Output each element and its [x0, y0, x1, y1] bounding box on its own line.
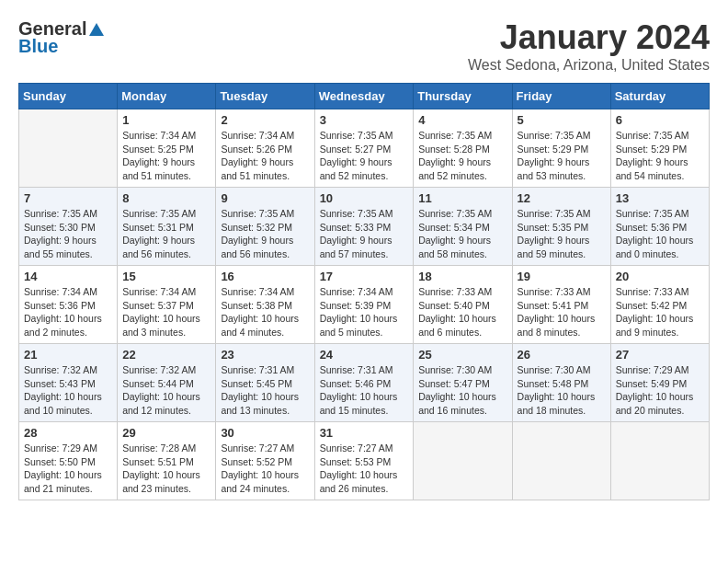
day-number: 5: [518, 113, 606, 127]
calendar-week-row: 7Sunrise: 7:35 AM Sunset: 5:30 PM Daylig…: [19, 188, 710, 266]
day-detail: Sunrise: 7:32 AM Sunset: 5:43 PM Dayligh…: [24, 363, 112, 418]
day-detail: Sunrise: 7:35 AM Sunset: 5:34 PM Dayligh…: [418, 207, 506, 261]
calendar-cell: [512, 422, 610, 500]
day-number: 18: [418, 270, 506, 283]
calendar-cell: 17Sunrise: 7:34 AM Sunset: 5:39 PM Dayli…: [314, 266, 414, 344]
day-header-friday: Friday: [512, 84, 610, 109]
calendar-cell: 12Sunrise: 7:35 AM Sunset: 5:35 PM Dayli…: [512, 188, 610, 266]
day-detail: Sunrise: 7:34 AM Sunset: 5:38 PM Dayligh…: [221, 285, 309, 339]
day-number: 17: [320, 270, 409, 283]
day-detail: Sunrise: 7:33 AM Sunset: 5:42 PM Dayligh…: [616, 285, 704, 339]
calendar-cell: [610, 422, 709, 500]
day-number: 9: [221, 191, 309, 205]
calendar-cell: 26Sunrise: 7:30 AM Sunset: 5:48 PM Dayli…: [512, 344, 610, 422]
calendar-header-row: SundayMondayTuesdayWednesdayThursdayFrid…: [19, 84, 710, 109]
day-detail: Sunrise: 7:29 AM Sunset: 5:50 PM Dayligh…: [24, 442, 112, 496]
calendar-cell: 27Sunrise: 7:29 AM Sunset: 5:49 PM Dayli…: [610, 344, 709, 422]
day-detail: Sunrise: 7:34 AM Sunset: 5:25 PM Dayligh…: [122, 129, 210, 183]
day-number: 25: [418, 348, 506, 362]
day-number: 22: [122, 348, 210, 362]
logo-icon: [88, 21, 105, 38]
day-number: 14: [24, 270, 112, 283]
logo-blue-text: Blue: [18, 36, 58, 57]
day-detail: Sunrise: 7:35 AM Sunset: 5:33 PM Dayligh…: [320, 207, 409, 261]
day-number: 26: [518, 348, 606, 362]
day-detail: Sunrise: 7:30 AM Sunset: 5:48 PM Dayligh…: [518, 363, 606, 418]
day-detail: Sunrise: 7:29 AM Sunset: 5:49 PM Dayligh…: [616, 363, 704, 418]
calendar-cell: 20Sunrise: 7:33 AM Sunset: 5:42 PM Dayli…: [610, 266, 709, 344]
calendar-cell: [414, 422, 512, 500]
day-detail: Sunrise: 7:34 AM Sunset: 5:36 PM Dayligh…: [24, 285, 112, 339]
day-number: 27: [616, 348, 704, 362]
day-detail: Sunrise: 7:28 AM Sunset: 5:51 PM Dayligh…: [122, 442, 210, 496]
day-number: 15: [122, 270, 210, 283]
day-detail: Sunrise: 7:35 AM Sunset: 5:29 PM Dayligh…: [518, 129, 606, 183]
day-header-thursday: Thursday: [414, 84, 512, 109]
day-detail: Sunrise: 7:35 AM Sunset: 5:32 PM Dayligh…: [221, 207, 309, 261]
calendar-cell: 8Sunrise: 7:35 AM Sunset: 5:31 PM Daylig…: [118, 188, 216, 266]
day-detail: Sunrise: 7:35 AM Sunset: 5:36 PM Dayligh…: [616, 207, 704, 261]
title-area: January 2024 West Sedona, Arizona, Unite…: [468, 18, 710, 74]
calendar-cell: 1Sunrise: 7:34 AM Sunset: 5:25 PM Daylig…: [118, 109, 216, 188]
calendar-cell: 11Sunrise: 7:35 AM Sunset: 5:34 PM Dayli…: [414, 188, 512, 266]
day-number: 12: [518, 191, 606, 205]
day-detail: Sunrise: 7:27 AM Sunset: 5:52 PM Dayligh…: [221, 442, 309, 496]
calendar-cell: 22Sunrise: 7:32 AM Sunset: 5:44 PM Dayli…: [118, 344, 216, 422]
day-detail: Sunrise: 7:30 AM Sunset: 5:47 PM Dayligh…: [418, 363, 506, 418]
day-number: 1: [122, 113, 210, 127]
calendar-cell: 29Sunrise: 7:28 AM Sunset: 5:51 PM Dayli…: [118, 422, 216, 500]
day-detail: Sunrise: 7:31 AM Sunset: 5:45 PM Dayligh…: [221, 363, 309, 418]
location-title: West Sedona, Arizona, United States: [468, 57, 710, 74]
day-number: 13: [616, 191, 704, 205]
day-detail: Sunrise: 7:35 AM Sunset: 5:27 PM Dayligh…: [320, 129, 409, 183]
day-number: 31: [320, 426, 409, 440]
day-detail: Sunrise: 7:34 AM Sunset: 5:26 PM Dayligh…: [221, 129, 309, 183]
day-detail: Sunrise: 7:35 AM Sunset: 5:30 PM Dayligh…: [24, 207, 112, 261]
calendar-cell: 16Sunrise: 7:34 AM Sunset: 5:38 PM Dayli…: [216, 266, 314, 344]
calendar-cell: 24Sunrise: 7:31 AM Sunset: 5:46 PM Dayli…: [314, 344, 414, 422]
calendar-cell: 18Sunrise: 7:33 AM Sunset: 5:40 PM Dayli…: [414, 266, 512, 344]
day-detail: Sunrise: 7:27 AM Sunset: 5:53 PM Dayligh…: [320, 442, 409, 496]
day-number: 21: [24, 348, 112, 362]
day-number: 16: [221, 270, 309, 283]
calendar-week-row: 28Sunrise: 7:29 AM Sunset: 5:50 PM Dayli…: [19, 422, 710, 500]
day-number: 30: [221, 426, 309, 440]
calendar-week-row: 1Sunrise: 7:34 AM Sunset: 5:25 PM Daylig…: [19, 109, 710, 188]
calendar-cell: 19Sunrise: 7:33 AM Sunset: 5:41 PM Dayli…: [512, 266, 610, 344]
calendar-cell: 30Sunrise: 7:27 AM Sunset: 5:52 PM Dayli…: [216, 422, 314, 500]
calendar-cell: 5Sunrise: 7:35 AM Sunset: 5:29 PM Daylig…: [512, 109, 610, 188]
calendar-table: SundayMondayTuesdayWednesdayThursdayFrid…: [18, 83, 710, 500]
day-number: 28: [24, 426, 112, 440]
calendar-cell: 28Sunrise: 7:29 AM Sunset: 5:50 PM Dayli…: [19, 422, 118, 500]
day-number: 29: [122, 426, 210, 440]
calendar-cell: 14Sunrise: 7:34 AM Sunset: 5:36 PM Dayli…: [19, 266, 118, 344]
day-number: 11: [418, 191, 506, 205]
calendar-cell: 3Sunrise: 7:35 AM Sunset: 5:27 PM Daylig…: [314, 109, 414, 188]
calendar-cell: [19, 109, 118, 188]
calendar-cell: 23Sunrise: 7:31 AM Sunset: 5:45 PM Dayli…: [216, 344, 314, 422]
day-number: 20: [616, 270, 704, 283]
calendar-cell: 13Sunrise: 7:35 AM Sunset: 5:36 PM Dayli…: [610, 188, 709, 266]
calendar-week-row: 14Sunrise: 7:34 AM Sunset: 5:36 PM Dayli…: [19, 266, 710, 344]
calendar-cell: 2Sunrise: 7:34 AM Sunset: 5:26 PM Daylig…: [216, 109, 314, 188]
day-number: 24: [320, 348, 409, 362]
day-header-sunday: Sunday: [19, 84, 118, 109]
svg-marker-0: [89, 23, 104, 36]
day-detail: Sunrise: 7:35 AM Sunset: 5:28 PM Dayligh…: [418, 129, 506, 183]
day-detail: Sunrise: 7:31 AM Sunset: 5:46 PM Dayligh…: [320, 363, 409, 418]
day-number: 2: [221, 113, 309, 127]
calendar-cell: 10Sunrise: 7:35 AM Sunset: 5:33 PM Dayli…: [314, 188, 414, 266]
day-header-saturday: Saturday: [610, 84, 709, 109]
day-detail: Sunrise: 7:35 AM Sunset: 5:31 PM Dayligh…: [122, 207, 210, 261]
day-detail: Sunrise: 7:32 AM Sunset: 5:44 PM Dayligh…: [122, 363, 210, 418]
logo: General Blue: [18, 18, 107, 57]
day-number: 7: [24, 191, 112, 205]
day-header-tuesday: Tuesday: [216, 84, 314, 109]
calendar-cell: 9Sunrise: 7:35 AM Sunset: 5:32 PM Daylig…: [216, 188, 314, 266]
day-number: 8: [122, 191, 210, 205]
day-number: 10: [320, 191, 409, 205]
calendar-cell: 7Sunrise: 7:35 AM Sunset: 5:30 PM Daylig…: [19, 188, 118, 266]
day-detail: Sunrise: 7:35 AM Sunset: 5:29 PM Dayligh…: [616, 129, 704, 183]
day-detail: Sunrise: 7:34 AM Sunset: 5:39 PM Dayligh…: [320, 285, 409, 339]
month-title: January 2024: [468, 18, 710, 57]
